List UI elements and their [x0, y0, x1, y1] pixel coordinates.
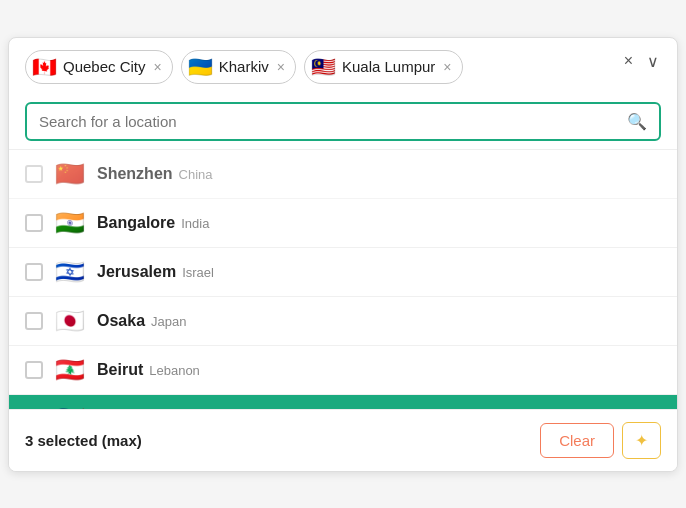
item-text-osaka: Osaka Japan	[97, 312, 186, 330]
country-jerusalem: Israel	[182, 265, 214, 280]
list-item-kuala[interactable]: 🇲🇾 Kuala Lumpur Malaysia	[9, 395, 677, 409]
country-beirut: Lebanon	[149, 363, 200, 378]
tags-area: 🇨🇦 Quebec City × 🇺🇦 Kharkiv × 🇲🇾 Kuala L…	[9, 38, 677, 92]
list-item-osaka[interactable]: 🇯🇵 Osaka Japan	[9, 297, 677, 346]
list-item-shenzhen[interactable]: 🇨🇳 Shenzhen China	[9, 150, 677, 199]
list-item-bangalore[interactable]: 🇮🇳 Bangalore India	[9, 199, 677, 248]
flag-beirut: 🇱🇧	[55, 356, 85, 384]
clear-button[interactable]: Clear	[540, 423, 614, 458]
search-box: 🔍	[25, 102, 661, 141]
tag-name-kuala: Kuala Lumpur	[342, 58, 435, 75]
tag-flag-kharkiv: 🇺🇦	[188, 55, 213, 79]
flag-kuala: 🇲🇾	[55, 405, 85, 409]
tag-close-kuala[interactable]: ×	[443, 60, 451, 74]
city-bangalore: Bangalore	[97, 214, 175, 232]
tag-quebec: 🇨🇦 Quebec City ×	[25, 50, 173, 84]
location-selector-widget: 🇨🇦 Quebec City × 🇺🇦 Kharkiv × 🇲🇾 Kuala L…	[8, 37, 678, 472]
tag-name-kharkiv: Kharkiv	[219, 58, 269, 75]
magic-button[interactable]: ✦	[622, 422, 661, 459]
flag-shenzhen: 🇨🇳	[55, 160, 85, 188]
tag-flag-quebec: 🇨🇦	[32, 55, 57, 79]
checkbox-osaka	[25, 312, 43, 330]
country-bangalore: India	[181, 216, 209, 231]
tag-kharkiv: 🇺🇦 Kharkiv ×	[181, 50, 296, 84]
tag-flag-kuala: 🇲🇾	[311, 55, 336, 79]
checkbox-beirut	[25, 361, 43, 379]
list-item-jerusalem[interactable]: 🇮🇱 Jerusalem Israel	[9, 248, 677, 297]
tag-close-kharkiv[interactable]: ×	[277, 60, 285, 74]
city-beirut: Beirut	[97, 361, 143, 379]
search-input[interactable]	[39, 113, 619, 130]
city-jerusalem: Jerusalem	[97, 263, 176, 281]
country-shenzhen: China	[179, 167, 213, 182]
tag-kuala: 🇲🇾 Kuala Lumpur ×	[304, 50, 463, 84]
tag-name-quebec: Quebec City	[63, 58, 146, 75]
list-area[interactable]: 🇨🇳 Shenzhen China 🇮🇳 Bangalore India 🇮🇱 …	[9, 149, 677, 409]
footer: 3 selected (max) Clear ✦	[9, 409, 677, 471]
flag-jerusalem: 🇮🇱	[55, 258, 85, 286]
checkbox-shenzhen	[25, 165, 43, 183]
checkbox-bangalore	[25, 214, 43, 232]
item-text-shenzhen: Shenzhen China	[97, 165, 213, 183]
search-icon: 🔍	[627, 112, 647, 131]
item-text-beirut: Beirut Lebanon	[97, 361, 200, 379]
flag-bangalore: 🇮🇳	[55, 209, 85, 237]
flag-osaka: 🇯🇵	[55, 307, 85, 335]
item-text-bangalore: Bangalore India	[97, 214, 209, 232]
list-item-beirut[interactable]: 🇱🇧 Beirut Lebanon	[9, 346, 677, 395]
item-text-jerusalem: Jerusalem Israel	[97, 263, 214, 281]
city-osaka: Osaka	[97, 312, 145, 330]
city-shenzhen: Shenzhen	[97, 165, 173, 183]
footer-buttons: Clear ✦	[540, 422, 661, 459]
checkbox-jerusalem	[25, 263, 43, 281]
selected-count: 3 selected (max)	[25, 432, 142, 449]
tag-close-quebec[interactable]: ×	[154, 60, 162, 74]
country-osaka: Japan	[151, 314, 186, 329]
corner-controls: × ∨	[622, 50, 661, 73]
search-area: 🔍	[9, 92, 677, 149]
chevron-down-button[interactable]: ∨	[645, 50, 661, 73]
close-button[interactable]: ×	[622, 50, 635, 72]
